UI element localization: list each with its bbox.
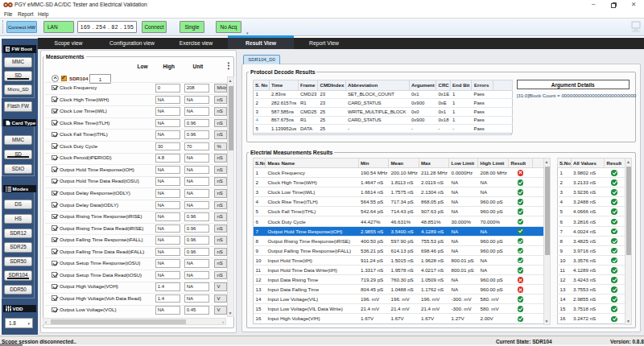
svg-text:B: B (6, 47, 10, 51)
